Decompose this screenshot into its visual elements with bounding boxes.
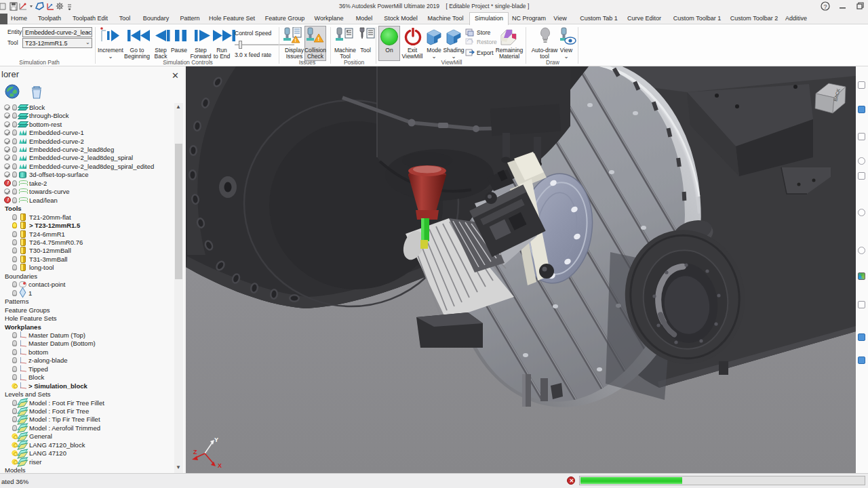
svg-text:Z: Z (193, 449, 197, 455)
svg-text:!: ! (295, 38, 296, 43)
svg-text:X: X (218, 462, 222, 469)
svg-text:?: ? (824, 3, 827, 10)
svg-text:Y: Y (214, 436, 218, 443)
svg-text:!: ! (318, 36, 320, 42)
